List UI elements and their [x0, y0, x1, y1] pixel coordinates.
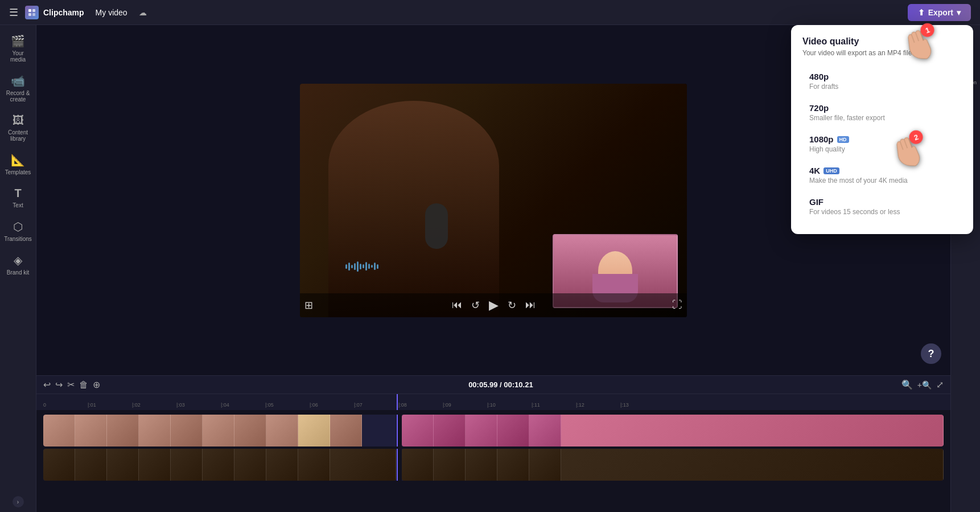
timecode-total: 00:10.21 [504, 380, 533, 389]
zoom-in-button[interactable]: +🔍 [917, 380, 932, 390]
hamburger-menu[interactable]: ☰ [9, 6, 18, 19]
topbar: ☰ Clipchamp My video ☁ ⬆ Export ▾ [0, 0, 980, 25]
clip-thumb-2 [75, 415, 107, 447]
audio-thumb-6 [203, 449, 234, 481]
save-button[interactable]: ⊕ [93, 379, 100, 390]
video-quality-dropdown: Video quality Your video will export as … [791, 25, 973, 234]
clip-thumb-10 [330, 415, 362, 447]
clip-thumb-p4 [497, 415, 529, 447]
sidebar-item-text[interactable]: T Text [2, 182, 34, 213]
sidebar-item-content-library[interactable]: 🖼 Content library [2, 109, 34, 146]
clip-thumb-3 [107, 415, 139, 447]
clip-thumb-6 [203, 415, 234, 447]
delete-button[interactable]: 🗑 [79, 380, 88, 390]
vq-option-4k[interactable]: 4K UHD Make the most of your 4K media [802, 160, 962, 190]
vq-480p-label: 480p [809, 72, 955, 81]
export-button[interactable]: ⬆ Export ▾ [908, 4, 971, 21]
skip-back-button[interactable]: ⏮ [452, 299, 462, 311]
export-label: Export [928, 8, 953, 17]
rewind-button[interactable]: ↺ [471, 299, 480, 312]
video-clip-segment-1[interactable] [43, 415, 396, 447]
cut-button[interactable]: ✂ [67, 379, 75, 390]
vq-option-720p[interactable]: 720p Smaller file, faster export [802, 97, 962, 128]
vq-4k-label: 4K UHD [809, 166, 955, 175]
ruler-mark-8: |:08 [398, 402, 443, 408]
singer-figure [328, 101, 499, 317]
audio-clip-segment-2[interactable] [402, 449, 944, 481]
microphone-shape [425, 203, 448, 249]
video-clip-segment-2[interactable] [402, 415, 944, 447]
forward-button[interactable]: ↻ [508, 299, 516, 312]
sidebar-label-content-library: Content library [5, 129, 32, 142]
clip-thumb-1 [43, 415, 75, 447]
clip-thumb-p3 [466, 415, 497, 447]
svg-rect-1 [32, 9, 35, 12]
vq-option-480p[interactable]: 480p For drafts [802, 66, 962, 96]
ruler-mark-3: |:03 [176, 402, 221, 408]
export-icon: ⬆ [918, 8, 925, 17]
sidebar-expand-button[interactable]: › [13, 496, 24, 507]
audio-clip-segment-1[interactable] [43, 449, 396, 481]
sidebar-label-brand-kit: Brand kit [7, 269, 29, 276]
timecode-display: 00:05.99 / 00:10.21 [468, 380, 533, 389]
audio-thumb-7 [234, 449, 266, 481]
clip-thumb-5 [171, 415, 203, 447]
ruler-mark-2: |:02 [132, 402, 176, 408]
audio-thumb-d2 [434, 449, 466, 481]
audio-thumb-d1 [402, 449, 434, 481]
fullscreen-button[interactable]: ⛶ [672, 299, 682, 311]
hd-badge: HD [837, 136, 849, 143]
svg-rect-3 [32, 13, 35, 16]
redo-button[interactable]: ↪ [55, 379, 63, 390]
video-controls: ⊞ ⏮ ↺ ▶ ↻ ⏭ ⛶ [300, 293, 687, 317]
vq-option-gif[interactable]: GIF For videos 15 seconds or less [802, 191, 962, 222]
zoom-out-button[interactable]: 🔍 [901, 379, 913, 390]
brand-kit-icon: ◈ [14, 253, 22, 267]
sidebar-item-brand-kit[interactable]: ◈ Brand kit [2, 249, 34, 280]
ruler-mark-12: |:12 [576, 402, 620, 408]
project-name-input[interactable]: My video [91, 6, 132, 19]
ruler-mark-6: |:06 [310, 402, 354, 408]
ruler-marks: 0 |:01 |:02 |:03 |:04 |:05 |:06 |:07 |:0… [36, 402, 950, 408]
ruler-mark-10: |:10 [487, 402, 532, 408]
left-sidebar: 🎬 Your media 📹 Record & create 🖼 Content… [0, 25, 36, 512]
ruler-mark-9: |:09 [443, 402, 487, 408]
play-button[interactable]: ▶ [489, 298, 499, 313]
audio-thumb-1 [43, 449, 75, 481]
svg-rect-0 [28, 9, 31, 12]
help-button[interactable]: ? [921, 343, 941, 364]
vq-title: Video quality [802, 36, 962, 47]
zoom-controls: 🔍 +🔍 ⤢ [901, 379, 944, 390]
skip-forward-button[interactable]: ⏭ [525, 299, 536, 311]
transitions-icon: ⬡ [13, 220, 23, 234]
timeline-ruler: 0 |:01 |:02 |:03 |:04 |:05 |:06 |:07 |:0… [36, 394, 950, 410]
sidebar-label-record-create: Record & create [5, 90, 32, 103]
audio-thumb-d4 [497, 449, 529, 481]
vq-option-1080p[interactable]: 1080p HD High quality [802, 129, 962, 159]
ruler-mark-0: 0 [43, 402, 88, 408]
waveform-overlay [345, 261, 378, 272]
audio-thumb-10 [330, 449, 396, 481]
fit-timeline-button[interactable]: ⤢ [936, 379, 944, 390]
crop-button[interactable]: ⊞ [304, 299, 313, 312]
sidebar-item-transitions[interactable]: ⬡ Transitions [2, 215, 34, 247]
sidebar-label-transitions: Transitions [4, 236, 32, 242]
sidebar-item-templates[interactable]: 📐 Templates [2, 149, 34, 180]
uhd-badge: UHD [823, 167, 839, 174]
ruler-mark-1: |:01 [88, 402, 132, 408]
sidebar-item-your-media[interactable]: 🎬 Your media [2, 30, 34, 67]
clip-thumb-p1 [402, 415, 434, 447]
app-name: Clipchamp [43, 8, 84, 17]
audio-thumb-9 [298, 449, 330, 481]
sidebar-item-record-create[interactable]: 📹 Record & create [2, 69, 34, 107]
audio-thumb-4 [139, 449, 171, 481]
ruler-mark-4: |:04 [221, 402, 265, 408]
undo-button[interactable]: ↩ [43, 379, 51, 390]
sidebar-label-your-media: Your media [5, 50, 32, 63]
vq-4k-desc: Make the most of your 4K media [809, 177, 955, 185]
topbar-left: ☰ Clipchamp My video ☁ [9, 6, 147, 19]
cloud-save-icon: ☁ [139, 8, 147, 17]
playhead-track-1 [397, 415, 398, 447]
vq-720p-desc: Smaller file, faster export [809, 114, 955, 122]
audio-thumb-8 [266, 449, 298, 481]
